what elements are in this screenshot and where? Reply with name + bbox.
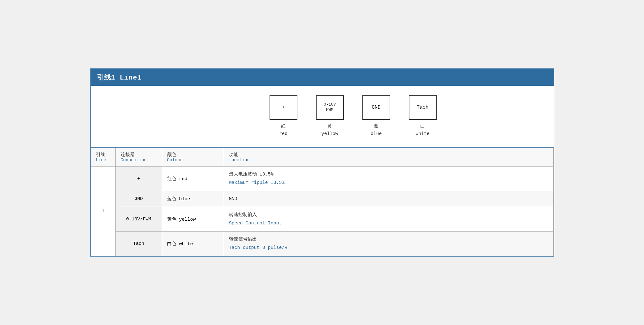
header-function-en: function (229, 158, 548, 162)
connector-plus-label: + (137, 176, 140, 181)
main-container: 引线1 Line1 + 红 red 0-10VPWM 黄 yellow (90, 68, 554, 257)
function-speed: 转速控制输入 Speed Control Input (224, 207, 553, 232)
colour-yellow: 黄色 yellow (162, 207, 224, 232)
pin-gnd-item: GND 蓝 blue (362, 95, 390, 138)
pin-plus-color: 红 red (279, 123, 287, 138)
table-row-2: GND 蓝色 blue GND (91, 191, 553, 207)
table-wrapper: 引线 Line 连接器 Connection 颜色 Colour 功能 func… (91, 148, 554, 256)
pin-diagram: + 红 red 0-10VPWM 黄 yellow GND (270, 95, 437, 138)
connector-pwm: 0-10V/PWM (115, 207, 162, 232)
page-title: 引线1 Line1 (97, 74, 142, 82)
pin-pwm-en: yellow (321, 130, 338, 138)
function-speed-zh: 转速控制输入 (229, 211, 548, 219)
pin-tach-zh: 白 (416, 123, 430, 130)
table-row-1: 1 + 红色 red 最大电压波动 ±3.5% Maximum ripple ±… (91, 167, 553, 191)
colour-yellow-label: 黄色 yellow (167, 217, 196, 222)
function-tach-en: Tach output 3 pulse/R (229, 244, 548, 252)
header-function: 功能 function (224, 148, 553, 167)
function-gnd-zh: GND (229, 195, 548, 203)
header-connection-en: Connection (121, 158, 157, 162)
function-speed-en: Speed Control Input (229, 219, 548, 228)
connector-gnd-label: GND (134, 196, 143, 202)
connector-plus: + (115, 167, 162, 191)
header-colour-en: Colour (167, 158, 219, 162)
pin-plus-item: + 红 red (270, 95, 297, 138)
colour-white-label: 白色 white (167, 241, 193, 247)
pin-pwm-label: 0-10VPWM (324, 102, 336, 113)
diagram-section: + 红 red 0-10VPWM 黄 yellow GND (91, 86, 554, 148)
line-number-cell: 1 (91, 167, 115, 256)
function-ripple-en: Maximum ripple ±3.5% (229, 179, 548, 187)
pin-gnd-label: GND (372, 104, 381, 111)
colour-white: 白色 white (162, 232, 224, 256)
header-line-en: Line (96, 158, 110, 162)
function-tach: 转速信号输出 Tach output 3 pulse/R (224, 232, 553, 256)
pin-pwm-item: 0-10VPWM 黄 yellow (316, 95, 344, 138)
header-function-zh: 功能 (229, 152, 548, 158)
function-ripple-zh: 最大电压波动 ±3.5% (229, 170, 548, 179)
colour-red: 红色 red (162, 167, 224, 191)
pin-gnd-color: 蓝 blue (370, 123, 382, 138)
pin-pwm-box: 0-10VPWM (316, 95, 344, 120)
connector-pwm-label: 0-10V/PWM (126, 217, 151, 222)
pin-tach-item: Tach 白 white (409, 95, 437, 138)
pin-plus-box: + (270, 95, 297, 120)
header-connection-zh: 连接器 (121, 152, 157, 158)
table-header-row: 引线 Line 连接器 Connection 颜色 Colour 功能 func… (91, 148, 553, 167)
title-bar: 引线1 Line1 (91, 69, 554, 86)
header-colour-zh: 颜色 (167, 152, 219, 158)
connector-gnd: GND (115, 191, 162, 207)
colour-blue-label: 蓝色 blue (167, 197, 190, 202)
colour-blue: 蓝色 blue (162, 191, 224, 207)
main-table: 引线 Line 连接器 Connection 颜色 Colour 功能 func… (91, 148, 554, 256)
table-row-4: Tach 白色 white 转速信号输出 Tach output 3 pulse… (91, 232, 553, 256)
pin-tach-en: white (416, 130, 430, 138)
colour-red-label: 红色 red (167, 176, 188, 182)
pin-gnd-zh: 蓝 (370, 123, 382, 130)
header-line-zh: 引线 (96, 152, 110, 158)
pin-plus-label: + (282, 104, 285, 111)
pin-plus-en: red (279, 130, 287, 138)
line-number: 1 (102, 209, 104, 214)
pin-pwm-zh: 黄 (321, 123, 338, 130)
pin-plus-zh: 红 (279, 123, 287, 130)
pin-tach-label: Tach (417, 104, 428, 111)
connector-tach: Tach (115, 232, 162, 256)
pin-gnd-en: blue (370, 130, 382, 138)
pin-gnd-box: GND (362, 95, 390, 120)
function-ripple: 最大电压波动 ±3.5% Maximum ripple ±3.5% (224, 167, 553, 191)
function-gnd: GND (224, 191, 553, 207)
header-connection: 连接器 Connection (115, 148, 162, 167)
connector-tach-label: Tach (133, 241, 144, 246)
header-colour: 颜色 Colour (162, 148, 224, 167)
header-line: 引线 Line (91, 148, 115, 167)
pin-pwm-color: 黄 yellow (321, 123, 338, 138)
table-row-3: 0-10V/PWM 黄色 yellow 转速控制输入 Speed Control… (91, 207, 553, 232)
pin-tach-color: 白 white (416, 123, 430, 138)
pin-tach-box: Tach (409, 95, 437, 120)
function-tach-zh: 转速信号输出 (229, 235, 548, 244)
